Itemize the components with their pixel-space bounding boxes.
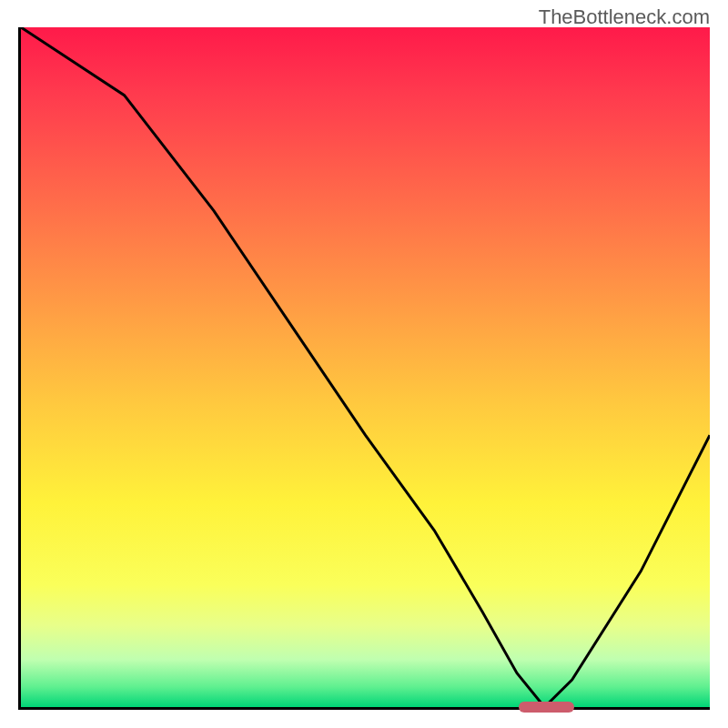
chart-container: TheBottleneck.com	[0, 0, 728, 728]
bottleneck-curve-path	[21, 27, 710, 707]
curve-svg	[21, 27, 710, 707]
watermark-text: TheBottleneck.com	[539, 5, 710, 29]
plot-area	[18, 27, 710, 710]
optimal-range-marker	[519, 702, 574, 713]
